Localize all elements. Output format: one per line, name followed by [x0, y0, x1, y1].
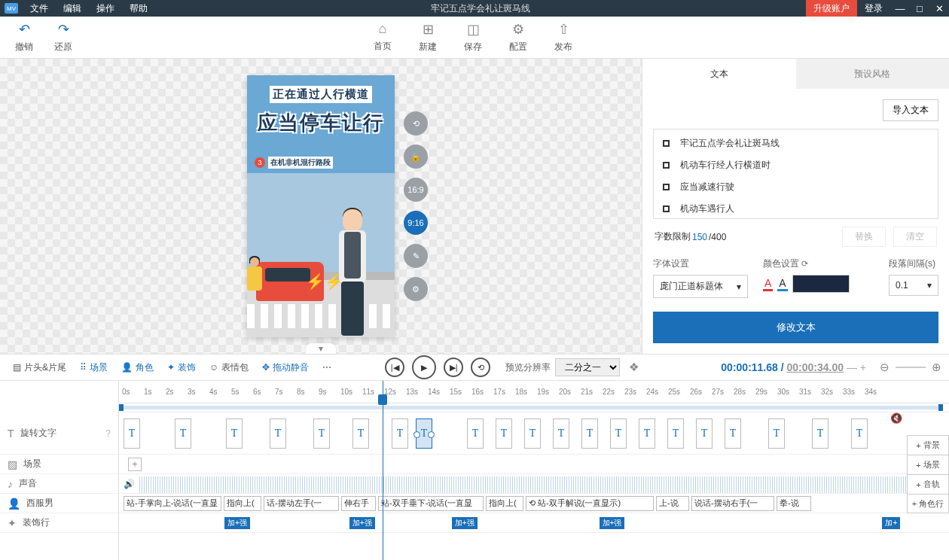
- text-list[interactable]: 牢记五点学会礼让斑马线 机动车行经人行横道时 应当减速行驶 机动车遇行人: [653, 129, 938, 219]
- refresh-tool[interactable]: ⟲: [404, 111, 428, 135]
- text-item[interactable]: 机动车行经人行横道时: [654, 154, 938, 176]
- tab-scene[interactable]: ⠿场景: [75, 361, 113, 374]
- redo-button[interactable]: ↷还原: [54, 21, 72, 53]
- scene-track[interactable]: +: [119, 455, 949, 474]
- ratio-16-9[interactable]: 16:9: [404, 178, 428, 202]
- canvas-area[interactable]: 正在通过人行横道 应当停车让行 3 在机非机混行路段 ⚡⚡ ⟲ 🔓 16:9 9…: [0, 59, 642, 354]
- text-clip[interactable]: T: [851, 418, 868, 449]
- home-button[interactable]: ⌂首页: [374, 21, 392, 53]
- track-label-scene[interactable]: ▨场景: [0, 455, 118, 474]
- tab-text[interactable]: 文本: [642, 59, 796, 89]
- text-clip[interactable]: T: [639, 418, 655, 449]
- decoration-track[interactable]: 加+强加+强加+强加+强加+加: [119, 513, 949, 533]
- tab-drag-mute[interactable]: ✥拖动静音: [257, 361, 314, 374]
- publish-button[interactable]: ⇧发布: [554, 21, 572, 53]
- maximize-icon[interactable]: □: [910, 3, 929, 14]
- zoom-out-button[interactable]: ⊖: [880, 361, 889, 374]
- help-icon[interactable]: ?: [105, 428, 111, 439]
- expand-canvas-button[interactable]: ▾: [306, 343, 336, 354]
- add-audio-track-button[interactable]: + 音轨: [907, 474, 949, 494]
- zoom-slider[interactable]: [896, 367, 926, 368]
- replace-button[interactable]: 替换: [842, 227, 886, 247]
- modify-text-button[interactable]: 修改文本: [653, 312, 938, 343]
- edit-tool[interactable]: ✎: [404, 244, 428, 268]
- menu-action[interactable]: 操作: [89, 2, 122, 15]
- play-button[interactable]: ▶: [412, 355, 436, 379]
- character-clip[interactable]: 伸右手: [341, 496, 376, 511]
- tab-intro-outro[interactable]: ▤片头&片尾: [8, 361, 72, 374]
- text-outline-button[interactable]: A: [777, 277, 787, 291]
- decoration-clip[interactable]: 加+强: [452, 517, 478, 529]
- add-character-track-button[interactable]: + 角色行: [907, 494, 949, 513]
- total-duration[interactable]: 00:00:34.00: [787, 361, 844, 373]
- paragraph-gap-input[interactable]: 0.1▾: [889, 275, 938, 296]
- text-clip[interactable]: T: [610, 418, 627, 449]
- menu-file[interactable]: 文件: [23, 2, 56, 15]
- character-clip[interactable]: 上-说: [656, 496, 689, 511]
- text-clip[interactable]: T: [175, 418, 191, 449]
- add-scene-button[interactable]: +: [128, 458, 142, 471]
- menu-help[interactable]: 帮助: [122, 2, 155, 15]
- checkbox-icon[interactable]: [663, 205, 670, 212]
- font-select[interactable]: 庞门正道标题体▾: [653, 275, 748, 298]
- prev-button[interactable]: |◀: [385, 358, 404, 377]
- undo-button[interactable]: ↶撤销: [15, 21, 33, 53]
- preview-res-select[interactable]: 二分之一: [555, 358, 620, 376]
- add-background-button[interactable]: + 背景: [907, 435, 949, 455]
- menu-edit[interactable]: 编辑: [56, 2, 89, 15]
- ratio-9-16[interactable]: 9:16: [404, 211, 428, 235]
- add-scene-track-button[interactable]: + 场景: [907, 455, 949, 474]
- more-button[interactable]: ⋯: [317, 362, 337, 373]
- text-item[interactable]: 机动车遇行人: [654, 198, 938, 219]
- character-clip[interactable]: 说话-摆动右手(一: [691, 496, 774, 511]
- refresh-color-icon[interactable]: ⟳: [801, 259, 808, 268]
- character-track[interactable]: 站-手掌向上-说话(一直显指向上(话-摆动左手(一伸右手站-双手垂下-说话(一直…: [119, 494, 949, 513]
- text-clip[interactable]: T: [270, 418, 286, 449]
- color-swatch[interactable]: [792, 275, 850, 293]
- decoration-clip[interactable]: 加+: [882, 517, 900, 529]
- decoration-clip[interactable]: 加+强: [224, 517, 250, 529]
- clear-button[interactable]: 清空: [893, 227, 937, 247]
- sound-track[interactable]: 🔊: [119, 474, 949, 494]
- text-clip[interactable]: T: [392, 418, 408, 449]
- config-button[interactable]: ⚙配置: [509, 21, 527, 53]
- save-button[interactable]: ◫保存: [464, 21, 482, 53]
- text-clip[interactable]: T: [124, 418, 140, 449]
- close-icon[interactable]: ✕: [929, 3, 949, 14]
- next-button[interactable]: ▶|: [444, 358, 463, 377]
- checkbox-icon[interactable]: [663, 140, 670, 147]
- new-button[interactable]: ⊞新建: [419, 21, 437, 53]
- login-button[interactable]: 登录: [857, 2, 890, 15]
- text-clip[interactable]: T: [467, 418, 484, 449]
- text-clip[interactable]: T: [352, 418, 369, 449]
- decoration-clip[interactable]: 加+强: [600, 517, 625, 529]
- text-clip[interactable]: T: [667, 418, 684, 449]
- zoom-in-button[interactable]: ⊕: [932, 361, 941, 374]
- text-clip[interactable]: T: [812, 418, 828, 449]
- character-clip[interactable]: 话-摆动左手(一: [264, 496, 339, 511]
- text-clip[interactable]: T: [226, 418, 243, 449]
- text-item[interactable]: 应当减速行驶: [654, 176, 938, 198]
- checkbox-icon[interactable]: [663, 162, 670, 169]
- text-item[interactable]: 牢记五点学会礼让斑马线: [654, 132, 938, 154]
- text-clip[interactable]: T: [696, 418, 713, 449]
- settings-tool[interactable]: ⚙: [404, 277, 428, 301]
- timeline-range[interactable]: [119, 403, 949, 412]
- text-clip[interactable]: T: [725, 418, 741, 449]
- upgrade-account-button[interactable]: 升级账户: [806, 0, 857, 17]
- character-clip[interactable]: 站-手掌向上-说话(一直显: [124, 496, 221, 511]
- layers-icon[interactable]: ❖: [629, 361, 639, 374]
- track-label-character[interactable]: 👤西服男: [0, 494, 118, 513]
- lock-tool[interactable]: 🔓: [404, 145, 428, 169]
- track-label-decoration[interactable]: ✦装饰行: [0, 513, 118, 533]
- tab-character[interactable]: 👤角色: [116, 361, 159, 374]
- character-clip[interactable]: 拳-说: [777, 496, 811, 511]
- track-label-sound[interactable]: ♪声音: [0, 474, 118, 494]
- track-label-text[interactable]: T旋转文字?: [0, 412, 118, 455]
- text-clip[interactable]: T: [416, 418, 432, 449]
- checkbox-icon[interactable]: [663, 184, 670, 190]
- text-color-button[interactable]: A: [763, 277, 773, 291]
- playhead[interactable]: [383, 381, 383, 560]
- tab-decoration[interactable]: ✦装饰: [162, 361, 201, 374]
- text-clip[interactable]: T: [496, 418, 512, 449]
